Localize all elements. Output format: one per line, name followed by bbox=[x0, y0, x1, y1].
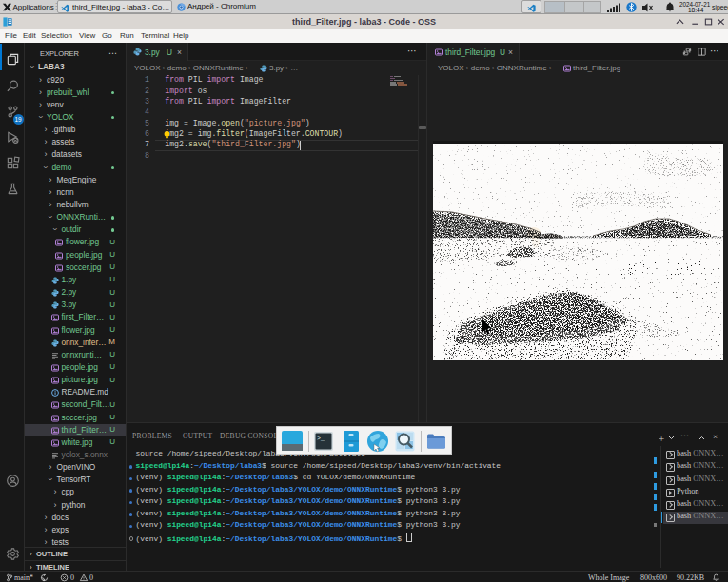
svg-text:>_: >_ bbox=[317, 436, 325, 442]
